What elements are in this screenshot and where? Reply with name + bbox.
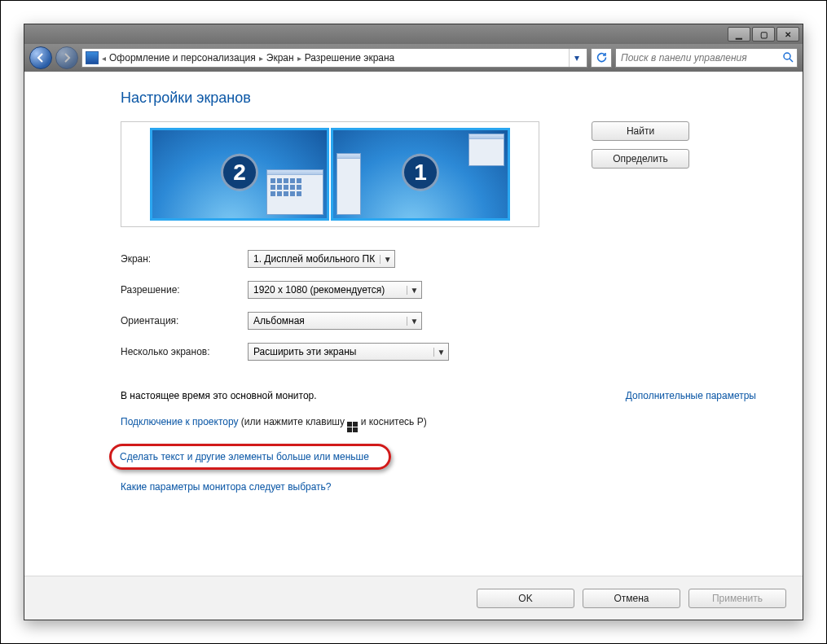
- refresh-button[interactable]: [591, 48, 612, 68]
- arrow-right-icon: [61, 52, 73, 64]
- close-button[interactable]: ✕: [776, 27, 799, 42]
- maximize-icon: ▢: [760, 30, 768, 39]
- orientation-label: Ориентация:: [121, 315, 248, 326]
- highlighted-link-box: Сделать текст и другие элементы больше и…: [109, 444, 391, 470]
- footer: OK Отмена Применить: [24, 576, 803, 620]
- resolution-label: Разрешение:: [121, 284, 248, 296]
- detect-button[interactable]: Найти: [592, 121, 689, 141]
- ok-button[interactable]: OK: [477, 589, 574, 608]
- control-panel-icon: [86, 51, 99, 64]
- navbar: ◂ Оформление и персонализация ▸ Экран ▸ …: [24, 44, 803, 72]
- chevron-down-icon: ▼: [407, 317, 421, 326]
- apply-button[interactable]: Применить: [688, 589, 786, 608]
- multi-select-value: Расширить эти экраны: [249, 346, 361, 357]
- address-dropdown[interactable]: ▾: [569, 49, 583, 67]
- maximize-button[interactable]: ▢: [752, 27, 775, 42]
- display-tile-1[interactable]: 1: [331, 128, 510, 221]
- display-select[interactable]: 1. Дисплей мобильного ПК ▼: [248, 250, 395, 268]
- chevron-right-icon: ◂: [102, 54, 106, 63]
- search-input[interactable]: [619, 51, 779, 64]
- chevron-right-icon: ▸: [297, 54, 301, 63]
- advanced-settings-link[interactable]: Дополнительные параметры: [626, 390, 756, 401]
- svg-point-0: [784, 53, 790, 59]
- multi-label: Несколько экранов:: [121, 346, 248, 357]
- minimize-icon: ▁: [736, 30, 742, 39]
- chevron-down-icon: ▼: [407, 286, 421, 295]
- window: ▁ ▢ ✕ ◂ Оформление и персонализация ▸ Эк…: [24, 24, 803, 620]
- display-label: Экран:: [121, 253, 248, 265]
- which-settings-link[interactable]: Какие параметры монитора следует выбрать…: [121, 481, 332, 493]
- chevron-down-icon: ▼: [433, 348, 448, 357]
- projector-link[interactable]: Подключение к проектору: [121, 416, 239, 427]
- windows-key-icon: [347, 422, 358, 432]
- titlebar: ▁ ▢ ✕: [24, 24, 803, 44]
- breadcrumb-level3[interactable]: Разрешение экрана: [305, 52, 395, 64]
- forward-button[interactable]: [55, 46, 78, 69]
- display-tile-2[interactable]: 2: [150, 128, 329, 221]
- refresh-icon: [596, 52, 607, 64]
- breadcrumb-level2[interactable]: Экран: [266, 52, 294, 64]
- display-number: 2: [221, 154, 258, 191]
- page-title: Настройки экранов: [121, 90, 803, 107]
- outer-frame: ▁ ▢ ✕ ◂ Оформление и персонализация ▸ Эк…: [0, 0, 827, 644]
- projector-row: Подключение к проектору (или нажмите кла…: [121, 416, 803, 432]
- orientation-select-value: Альбомная: [249, 315, 310, 326]
- cancel-button[interactable]: Отмена: [583, 589, 680, 608]
- breadcrumb[interactable]: ◂ Оформление и персонализация ▸ Экран ▸ …: [81, 48, 587, 68]
- svg-line-1: [790, 59, 793, 62]
- primary-monitor-note: В настоящее время это основной монитор.: [121, 390, 317, 401]
- close-icon: ✕: [785, 30, 791, 39]
- content-area: Настройки экранов 2 1: [24, 72, 803, 576]
- search-box[interactable]: [615, 48, 798, 68]
- multi-select[interactable]: Расширить эти экраны ▼: [248, 343, 449, 361]
- resolution-select[interactable]: 1920 x 1080 (рекомендуется) ▼: [248, 281, 422, 299]
- display-number: 1: [402, 154, 439, 191]
- identify-button[interactable]: Определить: [592, 149, 689, 169]
- breadcrumb-level1[interactable]: Оформление и персонализация: [109, 52, 256, 64]
- settings-form: Экран: 1. Дисплей мобильного ПК ▼ Разреш…: [121, 250, 803, 374]
- chevron-down-icon: ▼: [380, 255, 394, 264]
- displays-preview[interactable]: 2 1: [121, 121, 539, 227]
- back-button[interactable]: [29, 46, 52, 69]
- arrow-left-icon: [35, 52, 46, 64]
- orientation-select[interactable]: Альбомная ▼: [248, 312, 422, 330]
- chevron-right-icon: ▸: [259, 54, 263, 63]
- resolution-select-value: 1920 x 1080 (рекомендуется): [249, 284, 389, 296]
- text-size-link[interactable]: Сделать текст и другие элементы больше и…: [120, 451, 369, 462]
- display-select-value: 1. Дисплей мобильного ПК: [249, 253, 380, 265]
- search-icon: [782, 51, 794, 65]
- minimize-button[interactable]: ▁: [728, 27, 750, 42]
